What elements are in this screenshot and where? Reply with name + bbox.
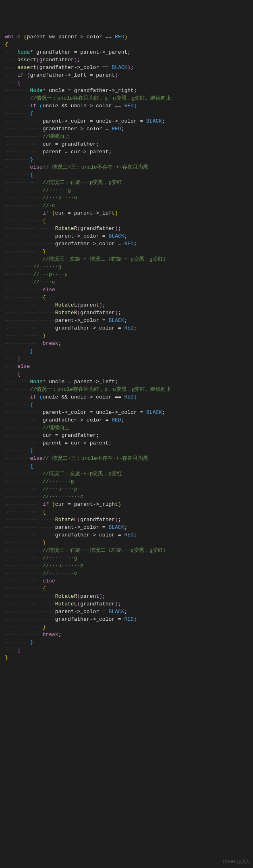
code-line: →···→···}	[5, 347, 248, 355]
code-line: →···→···→···//···u······p	[5, 562, 248, 570]
code-line: →···→···if (uncle && uncle->_color == RE…	[5, 102, 248, 110]
code-line: →···→···→···//········g	[5, 554, 248, 562]
code-line: →···→···→···→···grandfather->_color = RE…	[5, 616, 248, 623]
code-line: →···→···→···→···grandfather->_color = RE…	[5, 531, 248, 539]
code-line: →···→···→···//·c	[5, 202, 248, 209]
code-line: →···→···→···{	[5, 217, 248, 225]
code-line: →···→···→···break;	[5, 631, 248, 638]
code-line: →···→···→···}	[5, 248, 248, 255]
code-line: →···→···→···→···RotateL(grandfather);	[5, 516, 248, 524]
code-line: →···→···{	[5, 462, 248, 470]
code-line: →···assert(grandfather->_color == BLACK)…	[5, 64, 248, 71]
code-line: →···→···→···{	[5, 585, 248, 593]
code-line: →···→···//情况一：uncle存在且为红，p、u变黑，g变红。继续向上	[5, 386, 248, 393]
code-line: →···→···→···//·······g	[5, 478, 248, 485]
code-line: →···→···{	[5, 171, 248, 179]
code-line: →···→···→···//···p····u	[5, 194, 248, 202]
code-line: →···→···→···if (cur = parent->_right)	[5, 501, 248, 508]
code-line: →···→···→···//继续向上	[5, 133, 248, 140]
code-line: →···→···→···}	[5, 332, 248, 340]
code-line: →···→···→···parent = cur->_parent;	[5, 148, 248, 156]
code-line: →···{	[5, 370, 248, 378]
code-line: →···→···→···grandfather->_color = RED;	[5, 125, 248, 133]
code-line: →···→···{	[5, 110, 248, 117]
code-line: →···→····//···p····u	[5, 271, 248, 278]
code-line: →···→···→···→···parent->_color = BLACK;	[5, 524, 248, 531]
code-line: →···→···→···//········c	[5, 570, 248, 577]
code-line: →···→···else// 情况二+三：uncle不存在·+·存在且为黑	[5, 455, 248, 462]
code-line: →···→···→···}	[5, 623, 248, 631]
code-line: →···→···→···//继续向上	[5, 424, 248, 432]
code-line: {	[5, 41, 248, 48]
code-line: →···→···{	[5, 401, 248, 409]
code-line: →···assert(grandfather);	[5, 56, 248, 64]
code-line: →···→···→···//情况二：右旋·+·p变黑，g变红	[5, 179, 248, 186]
code-line: →···→···}	[5, 638, 248, 646]
code-line: →···→···→···//情况三：右旋·+·情况二（左旋·+·p变黑，g变红）	[5, 547, 248, 554]
code-line: →···→···→···if (cur = parent->_left)	[5, 209, 248, 217]
code-line: →···→···→···//情况三：左旋·+·情况二（右旋·+·p变黑，g变红）	[5, 255, 248, 263]
code-line: →···}	[5, 646, 248, 654]
code-line: →···→···→···//······g	[5, 186, 248, 194]
code-line: →···→···→···→···parent->_color = BLACK;	[5, 317, 248, 324]
code-line: →···→···→···→···RotateR(grandfather);	[5, 309, 248, 317]
code-line: →···{	[5, 79, 248, 87]
code-line: →···→···}	[5, 156, 248, 163]
code-line: →···→···→···}	[5, 539, 248, 547]
code-line: while (parent && parent->_color == RED)	[5, 33, 248, 41]
code-line: →···→···Node* uncle = parent->_left;	[5, 378, 248, 386]
code-line: →···Node* grandfather = parent->_parent;	[5, 48, 248, 56]
code-line: }	[5, 654, 248, 661]
code-block: while (parent && parent->_color == RED){…	[5, 33, 248, 661]
code-line: →···→···→···→···RotateL(grandfather);	[5, 600, 248, 608]
code-line: →···→···→···→···RotateR(grandfather);	[5, 225, 248, 232]
code-line: →···→···→···→···parent->_color = BLACK;	[5, 232, 248, 240]
code-line: →···→···//情况一：uncle存在且为红，p、u变黑，g变红。继续向上	[5, 94, 248, 102]
code-line: →···→····//····c	[5, 278, 248, 286]
code-line: →···→···→···cur = grandfather;	[5, 432, 248, 439]
code-line: →···→···→···grandfather->_color = RED;	[5, 416, 248, 424]
code-line: →···→···→···→···RotateR(parent);	[5, 593, 248, 600]
code-line: →···→···→···→···grandfather->_color = RE…	[5, 324, 248, 332]
code-line: →···else	[5, 363, 248, 370]
code-line: →···→···→···→···RotateL(parent);	[5, 301, 248, 309]
code-line: →···→···}	[5, 447, 248, 455]
code-line: →···→···→···→···grandfather->_color = RE…	[5, 240, 248, 248]
code-line: →···}	[5, 355, 248, 363]
code-line: →···→···→···else	[5, 286, 248, 294]
code-line: →···→···→···{	[5, 294, 248, 301]
code-line: →···→···→···//···u····p	[5, 485, 248, 493]
code-line: →···→···→···→···parent->_color = BLACK;	[5, 608, 248, 616]
code-line: →···→···if (uncle && uncle->_color == RE…	[5, 393, 248, 401]
code-line: →···→···→···else	[5, 577, 248, 585]
code-line: →···→···→···//··········c	[5, 493, 248, 501]
code-line: →···if (grandfather->_left = parent)	[5, 71, 248, 79]
code-line: →···→···Node* uncle = grandfather->_righ…	[5, 87, 248, 94]
code-line: →···→···→···parent->_color = uncle->_col…	[5, 117, 248, 125]
code-line: →···→···→···parent->_color = uncle->_col…	[5, 409, 248, 416]
code-line: →···→···→···//情况二：左旋·+·p变黑，g变红	[5, 470, 248, 478]
code-line: →···→···else// 情况二+三：uncle不存在·+·存在且为黑	[5, 163, 248, 171]
code-line: →···→···→···cur = grandfather;	[5, 140, 248, 148]
code-line: →···→···→···{	[5, 508, 248, 516]
code-line: →···→····//······g	[5, 263, 248, 271]
code-line: →···→···→···break;	[5, 340, 248, 347]
code-line: →···→···→···parent = cur->_parent;	[5, 439, 248, 447]
